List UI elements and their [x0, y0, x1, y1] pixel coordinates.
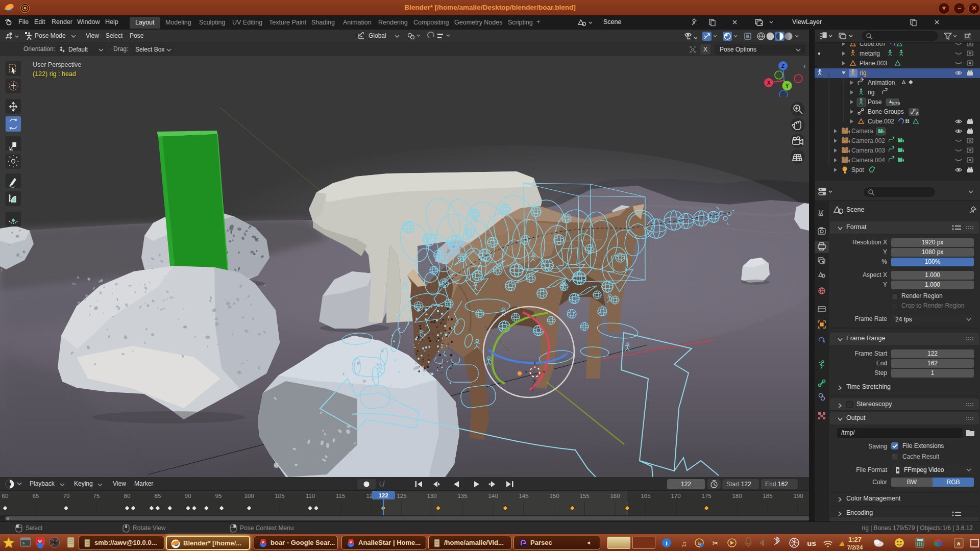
svg-text:135: 135 — [457, 493, 467, 499]
svg-text:Camera.004: Camera.004 — [851, 157, 885, 164]
svg-text:♫: ♫ — [681, 539, 687, 548]
svg-text:6: 6 — [916, 111, 918, 116]
svg-text:150: 150 — [549, 493, 559, 499]
svg-text:65: 65 — [33, 493, 39, 499]
svg-text:Camera: Camera — [851, 128, 873, 135]
svg-text:165: 165 — [641, 493, 650, 499]
svg-text:✂: ✂ — [713, 539, 719, 547]
svg-text:metarig: metarig — [860, 50, 880, 57]
svg-text:Pose: Pose — [868, 98, 882, 106]
svg-text:Y: Y — [786, 83, 789, 89]
svg-text:180: 180 — [732, 493, 742, 499]
svg-text:95: 95 — [215, 493, 222, 499]
svg-text:122: 122 — [378, 492, 388, 498]
svg-text:125: 125 — [397, 493, 406, 499]
svg-text:80: 80 — [124, 493, 131, 499]
svg-text:a: a — [957, 540, 961, 546]
svg-text:110: 110 — [306, 493, 315, 499]
svg-text:70: 70 — [63, 493, 70, 499]
svg-text:Camera.003: Camera.003 — [851, 147, 885, 154]
svg-text:579: 579 — [892, 101, 900, 106]
svg-text:90: 90 — [185, 493, 191, 499]
svg-text:v: v — [262, 540, 264, 544]
svg-text:85: 85 — [155, 493, 161, 499]
svg-text:Cube.007: Cube.007 — [860, 43, 886, 47]
svg-text:Animation: Animation — [868, 79, 895, 86]
svg-text:105: 105 — [275, 493, 284, 499]
svg-text:100: 100 — [244, 493, 254, 499]
svg-text:a: a — [698, 540, 701, 546]
svg-text:145: 145 — [519, 493, 528, 499]
svg-text:115: 115 — [336, 493, 345, 499]
svg-text:Plane.003: Plane.003 — [860, 60, 887, 67]
svg-text:60: 60 — [2, 493, 9, 499]
svg-text:Camera.002: Camera.002 — [851, 137, 885, 144]
svg-text:>_: >_ — [22, 541, 28, 546]
svg-text:170: 170 — [671, 493, 680, 499]
svg-text:Cube.002: Cube.002 — [868, 118, 894, 125]
svg-text:190: 190 — [793, 493, 803, 499]
svg-text:Bone Groups: Bone Groups — [868, 108, 904, 115]
svg-text:140: 140 — [488, 493, 498, 499]
svg-text:rig: rig — [868, 89, 874, 96]
svg-text:160: 160 — [610, 493, 620, 499]
svg-text:i: i — [666, 539, 668, 547]
svg-text:Spot: Spot — [851, 166, 864, 173]
svg-text:rig: rig — [860, 69, 866, 77]
svg-text:155: 155 — [579, 493, 589, 499]
svg-text:175: 175 — [701, 493, 711, 499]
svg-text:Z: Z — [781, 63, 785, 69]
svg-text:75: 75 — [93, 493, 100, 499]
svg-text:us: us — [807, 539, 816, 547]
svg-text:185: 185 — [763, 493, 772, 499]
svg-text:130: 130 — [427, 493, 436, 499]
svg-text:X: X — [767, 80, 771, 86]
svg-text:v: v — [350, 540, 352, 544]
